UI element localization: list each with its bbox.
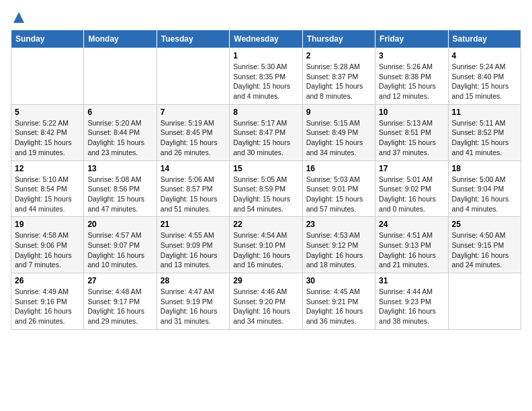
calendar-week-row: 5Sunrise: 5:22 AMSunset: 8:42 PMDaylight… bbox=[11, 104, 521, 161]
day-number: 29 bbox=[233, 276, 298, 285]
day-number: 2 bbox=[306, 51, 371, 60]
calendar-day-cell: 26Sunrise: 4:49 AMSunset: 9:16 PMDayligh… bbox=[11, 273, 84, 330]
day-number: 8 bbox=[233, 107, 298, 117]
calendar-day-cell: 11Sunrise: 5:11 AMSunset: 8:52 PMDayligh… bbox=[448, 104, 521, 161]
day-info: Sunrise: 5:30 AMSunset: 8:35 PMDaylight:… bbox=[233, 62, 298, 101]
day-info: Sunrise: 5:17 AMSunset: 8:47 PMDaylight:… bbox=[233, 118, 298, 158]
day-info: Sunrise: 5:11 AMSunset: 8:52 PMDaylight:… bbox=[452, 118, 517, 158]
calendar-day-cell: 8Sunrise: 5:17 AMSunset: 8:47 PMDaylight… bbox=[230, 104, 302, 161]
calendar-day-header: Friday bbox=[375, 30, 448, 48]
calendar-table: SundayMondayTuesdayWednesdayThursdayFrid… bbox=[11, 30, 521, 330]
day-number: 3 bbox=[379, 51, 444, 60]
calendar-day-cell: 20Sunrise: 4:57 AMSunset: 9:07 PMDayligh… bbox=[84, 217, 157, 273]
calendar-day-cell: 1Sunrise: 5:30 AMSunset: 8:35 PMDaylight… bbox=[230, 48, 302, 105]
day-number: 30 bbox=[306, 276, 371, 285]
calendar-week-row: 1Sunrise: 5:30 AMSunset: 8:35 PMDaylight… bbox=[11, 48, 521, 105]
calendar-day-header: Monday bbox=[84, 30, 157, 48]
calendar-day-cell: 16Sunrise: 5:03 AMSunset: 9:01 PMDayligh… bbox=[302, 161, 375, 217]
calendar-day-cell bbox=[11, 48, 84, 105]
day-number: 7 bbox=[161, 107, 226, 117]
day-number: 26 bbox=[15, 276, 80, 285]
day-number: 20 bbox=[87, 220, 152, 229]
svg-marker-0 bbox=[13, 12, 24, 23]
calendar-body: 1Sunrise: 5:30 AMSunset: 8:35 PMDaylight… bbox=[11, 48, 521, 330]
day-info: Sunrise: 5:20 AMSunset: 8:44 PMDaylight:… bbox=[87, 118, 152, 158]
calendar-day-cell: 23Sunrise: 4:53 AMSunset: 9:12 PMDayligh… bbox=[302, 217, 375, 273]
day-number: 6 bbox=[87, 107, 152, 117]
day-number: 12 bbox=[15, 164, 80, 173]
day-number: 27 bbox=[87, 276, 152, 285]
day-info: Sunrise: 5:03 AMSunset: 9:01 PMDaylight:… bbox=[306, 175, 371, 214]
calendar-day-cell: 22Sunrise: 4:54 AMSunset: 9:10 PMDayligh… bbox=[230, 217, 302, 273]
calendar-day-cell: 25Sunrise: 4:50 AMSunset: 9:15 PMDayligh… bbox=[448, 217, 521, 273]
day-info: Sunrise: 5:19 AMSunset: 8:45 PMDaylight:… bbox=[161, 118, 226, 158]
day-info: Sunrise: 5:28 AMSunset: 8:37 PMDaylight:… bbox=[306, 62, 371, 101]
day-info: Sunrise: 4:48 AMSunset: 9:17 PMDaylight:… bbox=[87, 287, 152, 326]
calendar-day-header: Tuesday bbox=[157, 30, 229, 48]
day-number: 31 bbox=[379, 276, 444, 285]
calendar-day-cell: 12Sunrise: 5:10 AMSunset: 8:54 PMDayligh… bbox=[11, 161, 84, 217]
calendar-day-cell: 7Sunrise: 5:19 AMSunset: 8:45 PMDaylight… bbox=[157, 104, 229, 161]
calendar-day-cell: 5Sunrise: 5:22 AMSunset: 8:42 PMDaylight… bbox=[11, 104, 84, 161]
day-info: Sunrise: 4:46 AMSunset: 9:20 PMDaylight:… bbox=[233, 287, 298, 326]
calendar-day-cell: 17Sunrise: 5:01 AMSunset: 9:02 PMDayligh… bbox=[375, 161, 448, 217]
calendar-day-cell: 29Sunrise: 4:46 AMSunset: 9:20 PMDayligh… bbox=[230, 273, 302, 330]
day-number: 19 bbox=[15, 220, 80, 229]
day-number: 1 bbox=[233, 51, 298, 60]
day-info: Sunrise: 5:00 AMSunset: 9:04 PMDaylight:… bbox=[452, 175, 517, 214]
day-number: 13 bbox=[87, 164, 152, 173]
day-number: 23 bbox=[306, 220, 371, 229]
calendar-day-cell: 4Sunrise: 5:24 AMSunset: 8:40 PMDaylight… bbox=[448, 48, 521, 105]
calendar-day-cell: 10Sunrise: 5:13 AMSunset: 8:51 PMDayligh… bbox=[375, 104, 448, 161]
calendar-header-row: SundayMondayTuesdayWednesdayThursdayFrid… bbox=[11, 30, 521, 48]
day-number: 11 bbox=[452, 107, 517, 117]
calendar-day-cell: 24Sunrise: 4:51 AMSunset: 9:13 PMDayligh… bbox=[375, 217, 448, 273]
day-info: Sunrise: 4:45 AMSunset: 9:21 PMDaylight:… bbox=[306, 287, 371, 326]
logo bbox=[11, 11, 26, 24]
calendar-day-cell bbox=[84, 48, 157, 105]
day-info: Sunrise: 5:10 AMSunset: 8:54 PMDaylight:… bbox=[15, 175, 80, 214]
day-info: Sunrise: 5:08 AMSunset: 8:56 PMDaylight:… bbox=[87, 175, 152, 214]
day-info: Sunrise: 4:50 AMSunset: 9:15 PMDaylight:… bbox=[452, 230, 517, 270]
calendar-week-row: 26Sunrise: 4:49 AMSunset: 9:16 PMDayligh… bbox=[11, 273, 521, 330]
day-info: Sunrise: 4:54 AMSunset: 9:10 PMDaylight:… bbox=[233, 230, 298, 270]
day-info: Sunrise: 5:01 AMSunset: 9:02 PMDaylight:… bbox=[379, 175, 444, 214]
day-number: 4 bbox=[452, 51, 517, 60]
day-number: 25 bbox=[452, 220, 517, 229]
calendar-day-cell: 19Sunrise: 4:58 AMSunset: 9:06 PMDayligh… bbox=[11, 217, 84, 273]
day-info: Sunrise: 5:24 AMSunset: 8:40 PMDaylight:… bbox=[452, 62, 517, 101]
day-number: 15 bbox=[233, 164, 298, 173]
page-header bbox=[11, 11, 521, 24]
calendar-day-cell bbox=[157, 48, 229, 105]
calendar-week-row: 12Sunrise: 5:10 AMSunset: 8:54 PMDayligh… bbox=[11, 161, 521, 217]
day-number: 14 bbox=[161, 164, 226, 173]
day-info: Sunrise: 5:26 AMSunset: 8:38 PMDaylight:… bbox=[379, 62, 444, 101]
calendar-day-cell: 27Sunrise: 4:48 AMSunset: 9:17 PMDayligh… bbox=[84, 273, 157, 330]
logo-icon bbox=[12, 11, 26, 24]
calendar-day-cell: 14Sunrise: 5:06 AMSunset: 8:57 PMDayligh… bbox=[157, 161, 229, 217]
day-number: 9 bbox=[306, 107, 371, 117]
day-info: Sunrise: 5:05 AMSunset: 8:59 PMDaylight:… bbox=[233, 175, 298, 214]
day-info: Sunrise: 4:53 AMSunset: 9:12 PMDaylight:… bbox=[306, 230, 371, 270]
calendar-week-row: 19Sunrise: 4:58 AMSunset: 9:06 PMDayligh… bbox=[11, 217, 521, 273]
calendar-day-cell: 28Sunrise: 4:47 AMSunset: 9:19 PMDayligh… bbox=[157, 273, 229, 330]
calendar-day-cell: 2Sunrise: 5:28 AMSunset: 8:37 PMDaylight… bbox=[302, 48, 375, 105]
calendar-day-cell: 15Sunrise: 5:05 AMSunset: 8:59 PMDayligh… bbox=[230, 161, 302, 217]
calendar-day-header: Thursday bbox=[302, 30, 375, 48]
calendar-day-cell: 31Sunrise: 4:44 AMSunset: 9:23 PMDayligh… bbox=[375, 273, 448, 330]
day-number: 16 bbox=[306, 164, 371, 173]
calendar-day-cell: 13Sunrise: 5:08 AMSunset: 8:56 PMDayligh… bbox=[84, 161, 157, 217]
day-info: Sunrise: 4:49 AMSunset: 9:16 PMDaylight:… bbox=[15, 287, 80, 326]
calendar-day-header: Wednesday bbox=[230, 30, 302, 48]
day-info: Sunrise: 4:57 AMSunset: 9:07 PMDaylight:… bbox=[87, 230, 152, 270]
calendar-day-cell: 9Sunrise: 5:15 AMSunset: 8:49 PMDaylight… bbox=[302, 104, 375, 161]
day-number: 28 bbox=[161, 276, 226, 285]
day-number: 5 bbox=[15, 107, 80, 117]
day-number: 18 bbox=[452, 164, 517, 173]
day-number: 10 bbox=[379, 107, 444, 117]
day-number: 24 bbox=[379, 220, 444, 229]
day-number: 21 bbox=[161, 220, 226, 229]
calendar-day-cell: 18Sunrise: 5:00 AMSunset: 9:04 PMDayligh… bbox=[448, 161, 521, 217]
day-number: 17 bbox=[379, 164, 444, 173]
day-info: Sunrise: 4:47 AMSunset: 9:19 PMDaylight:… bbox=[161, 287, 226, 326]
